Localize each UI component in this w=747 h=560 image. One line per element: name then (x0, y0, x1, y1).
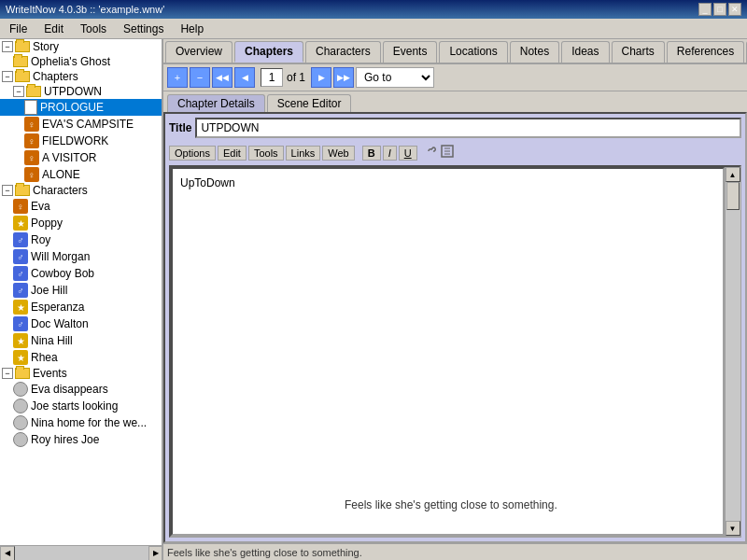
sidebar-label-ophelias: Ophelia's Ghost (31, 55, 110, 68)
sidebar-item-fieldwork[interactable]: ♀ FIELDWORK (0, 133, 162, 149)
sidebar-label-roy-hires: Roy hires Joe (31, 433, 99, 446)
subtab-chapter-details[interactable]: Chapter Details (167, 94, 265, 112)
sidebar-item-will-morgan[interactable]: ♂ Will Morgan (0, 248, 162, 265)
text-scroll-up[interactable]: ▲ (726, 167, 740, 182)
sidebar-label-rhea: Rhea (31, 351, 58, 364)
svg-text:♂: ♂ (17, 286, 24, 296)
sidebar-item-roy-hires[interactable]: Roy hires Joe (0, 431, 162, 448)
prev-prev-button[interactable]: ◀◀ (212, 67, 233, 88)
sidebar-section-events[interactable]: − Events (0, 366, 162, 381)
sidebar-scroll-left[interactable]: ◀ (0, 546, 15, 561)
tab-overview[interactable]: Overview (165, 41, 233, 63)
expand-icon-story[interactable]: − (2, 41, 13, 52)
folder-icon-ophelias (13, 56, 28, 67)
event-icon-nina-home (13, 415, 28, 430)
text-scroll-track[interactable] (726, 182, 740, 521)
expand-icon-events[interactable]: − (2, 368, 13, 379)
sidebar-label-nina-hill: Nina Hill (31, 334, 73, 347)
next-button[interactable]: ▶ (311, 67, 331, 88)
underline-button[interactable]: U (399, 146, 417, 161)
sidebar-item-nina-home[interactable]: Nina home for the we... (0, 414, 162, 431)
page-of-label: of 1 (287, 71, 305, 84)
title-bar: WriteItNow 4.0.3b :: 'example.wnw' _ □ ✕ (0, 0, 747, 19)
char-icon-poppy: ★ (13, 216, 28, 231)
links-button[interactable]: Links (286, 146, 321, 161)
status-text: Feels like she's getting close to someth… (167, 547, 362, 558)
sidebar-item-rhea[interactable]: ★ Rhea (0, 349, 162, 366)
menu-tools[interactable]: Tools (75, 21, 112, 37)
text-vscrollbar: ▲ ▼ (725, 167, 740, 536)
add-button[interactable]: + (167, 67, 188, 88)
sidebar-item-visitor[interactable]: ♀ A VISITOR (0, 149, 162, 166)
menu-edit[interactable]: Edit (38, 21, 69, 37)
tab-notes[interactable]: Notes (510, 41, 559, 63)
sidebar-item-story[interactable]: − Story (0, 39, 162, 54)
doc-icon-prologue (24, 100, 37, 115)
sidebar-item-doc-walton[interactable]: ♂ Doc Walton (0, 315, 162, 332)
char-icon-roy: ♂ (13, 232, 28, 247)
tab-chapters[interactable]: Chapters (234, 41, 303, 63)
page-number-input[interactable] (261, 68, 283, 87)
tab-ideas[interactable]: Ideas (561, 41, 609, 63)
menu-file[interactable]: File (4, 21, 33, 37)
sidebar-label-eva-disappears: Eva disappears (31, 383, 108, 396)
title-row: Title (169, 118, 741, 138)
sidebar-item-evas-campsite[interactable]: ♀ EVA'S CAMPSITE (0, 116, 162, 133)
sidebar-item-cowboy-bob[interactable]: ♂ Cowboy Bob (0, 265, 162, 282)
sidebar-scroll-track[interactable] (15, 546, 148, 561)
sidebar-label-roy: Roy (31, 233, 50, 246)
sidebar-item-prologue[interactable]: PROLOGUE (0, 99, 162, 116)
goto-select[interactable]: Go to Beginning End (356, 67, 434, 88)
title-bar-text: WriteItNow 4.0.3b :: 'example.wnw' (6, 4, 164, 15)
bold-button[interactable]: B (362, 146, 381, 161)
tab-references[interactable]: References (667, 41, 744, 63)
maximize-button[interactable]: □ (713, 3, 726, 16)
web-button[interactable]: Web (322, 146, 354, 161)
sidebar-item-joe-starts[interactable]: Joe starts looking (0, 398, 162, 414)
text-scroll-down[interactable]: ▼ (726, 521, 740, 536)
tab-characters[interactable]: Characters (305, 41, 381, 63)
sidebar-scroll-right[interactable]: ▶ (148, 546, 163, 561)
svg-text:♂: ♂ (17, 269, 24, 279)
text-scroll-thumb[interactable] (726, 182, 740, 210)
subtab-scene-editor[interactable]: Scene Editor (267, 94, 352, 112)
menu-settings[interactable]: Settings (118, 21, 169, 37)
prev-button[interactable]: ◀ (234, 67, 255, 88)
sidebar-item-eva[interactable]: ♀ Eva (0, 198, 162, 215)
italic-button[interactable]: I (383, 146, 397, 161)
chapter-title-input[interactable] (195, 118, 741, 138)
sidebar-item-poppy[interactable]: ★ Poppy (0, 215, 162, 231)
sidebar-item-chapters[interactable]: − Chapters (0, 69, 162, 84)
menu-help[interactable]: Help (175, 21, 209, 37)
sidebar-item-utpdown[interactable]: − UTPDOWN (0, 84, 162, 99)
remove-button[interactable]: − (190, 67, 210, 88)
sidebar-item-joe-hill[interactable]: ♂ Joe Hill (0, 282, 162, 299)
tab-events[interactable]: Events (383, 41, 438, 63)
edit-button[interactable]: Edit (218, 146, 247, 161)
sidebar-section-characters[interactable]: − Characters (0, 183, 162, 198)
sidebar-item-nina-hill[interactable]: ★ Nina Hill (0, 332, 162, 349)
expand-icon-chapters[interactable]: − (2, 71, 13, 82)
sidebar-item-eva-disappears[interactable]: Eva disappears (0, 381, 162, 398)
char-icon-fieldwork: ♀ (24, 133, 39, 148)
sidebar-item-roy[interactable]: ♂ Roy (0, 231, 162, 248)
expand-icon-characters[interactable]: − (2, 185, 13, 196)
options-button[interactable]: Options (169, 146, 216, 161)
tab-locations[interactable]: Locations (439, 41, 507, 63)
sidebar-item-esperanza[interactable]: ★ Esperanza (0, 299, 162, 315)
sub-tabs: Chapter Details Scene Editor (163, 91, 747, 112)
tools-button[interactable]: Tools (248, 146, 284, 161)
char-icon-eva: ♀ (13, 199, 28, 214)
sidebar-item-ophelias-ghost[interactable]: Ophelia's Ghost (0, 54, 162, 69)
close-button[interactable]: ✕ (728, 3, 741, 16)
text-editor[interactable]: UpToDown Feels like she's getting close … (171, 167, 725, 536)
title-bar-controls[interactable]: _ □ ✕ (698, 3, 741, 16)
tab-charts[interactable]: Charts (612, 41, 665, 63)
char-icon-joe: ♂ (13, 283, 28, 298)
sidebar-item-alone[interactable]: ♀ ALONE (0, 166, 162, 183)
minimize-button[interactable]: _ (698, 3, 712, 16)
expand-icon-utpdown[interactable]: − (13, 86, 24, 97)
char-icon-evas: ♀ (24, 117, 39, 132)
next-next-button[interactable]: ▶▶ (333, 67, 354, 88)
text-paragraph-1: UpToDown (180, 176, 715, 189)
